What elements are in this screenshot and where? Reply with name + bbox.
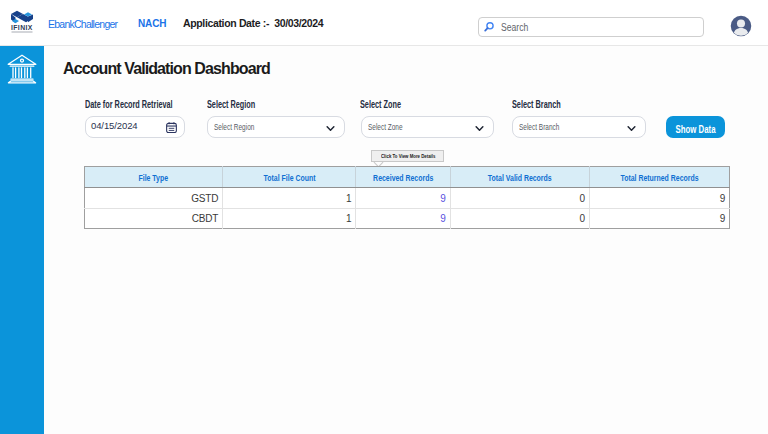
svg-text:IFINIX: IFINIX bbox=[11, 24, 33, 31]
